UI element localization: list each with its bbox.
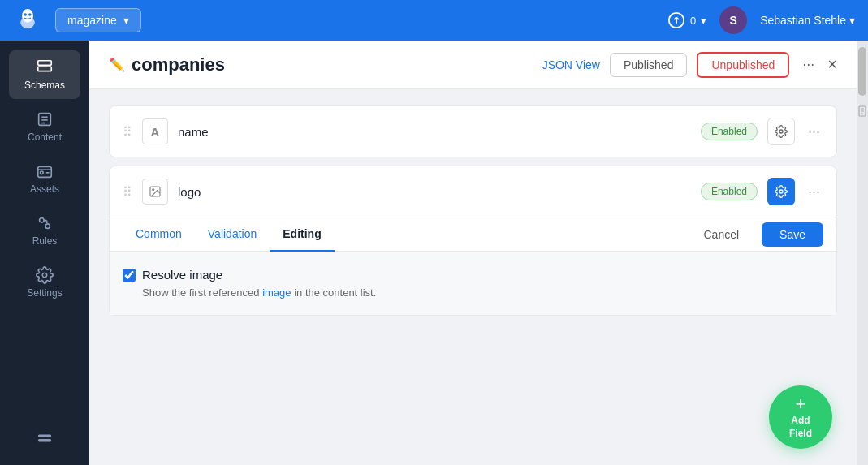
scrollbar-panel xyxy=(857,41,868,465)
editing-panel: Common Validation Editing Cancel Save Re… xyxy=(110,217,836,315)
app-selector[interactable]: magazine ▾ xyxy=(55,8,141,32)
add-field-line2: Field xyxy=(789,428,812,439)
topbar-right: 0 ▾ S Sebastian Stehle ▾ xyxy=(667,6,855,34)
field-row-logo: ⠿ logo Enabled xyxy=(110,166,836,217)
svg-point-18 xyxy=(779,130,783,133)
schema-header: ✏️ companies JSON View Published Unpubli… xyxy=(89,41,857,89)
avatar[interactable]: S xyxy=(719,6,747,34)
svg-point-12 xyxy=(41,171,44,174)
svg-rect-4 xyxy=(38,61,52,66)
schema-more-button[interactable]: ··· xyxy=(799,56,818,73)
scroll-thumb[interactable] xyxy=(858,47,866,96)
resolve-image-desc-link[interactable]: image xyxy=(262,286,291,299)
field-type-text-icon: A xyxy=(142,118,168,144)
svg-rect-5 xyxy=(38,67,52,71)
field-card-logo: ⠿ logo Enabled xyxy=(109,166,837,316)
upload-chevron-icon: ▾ xyxy=(701,15,706,27)
field-status-badge-name: Enabled xyxy=(701,123,758,140)
field-name-label: name xyxy=(178,125,691,139)
editing-tabs: Common Validation Editing Cancel Save xyxy=(110,217,836,252)
fields-container: ⠿ A name Enabled ··· xyxy=(89,89,857,465)
drag-handle-name[interactable]: ⠿ xyxy=(123,124,132,140)
sidebar-content-label: Content xyxy=(28,131,62,143)
drag-handle-logo[interactable]: ⠿ xyxy=(123,184,132,200)
field-settings-button-logo[interactable] xyxy=(767,178,795,205)
field-type-image-icon xyxy=(142,179,168,205)
add-field-button[interactable]: + Add Field xyxy=(769,385,832,449)
field-row-name: ⠿ A name Enabled ··· xyxy=(110,106,836,157)
sidebar-settings-label: Settings xyxy=(27,287,62,299)
rules-icon xyxy=(36,214,54,232)
user-chevron-icon: ▾ xyxy=(849,14,855,27)
app-logo xyxy=(13,6,42,35)
schema-header-actions: JSON View Published Unpublished ··· × xyxy=(542,52,837,78)
resolve-image-checkbox[interactable] xyxy=(123,269,136,282)
svg-point-14 xyxy=(45,224,50,229)
svg-point-20 xyxy=(153,189,154,191)
field-more-button-logo[interactable]: ··· xyxy=(805,183,823,200)
resolve-image-desc: Show the first referenced image in the c… xyxy=(123,286,823,299)
svg-point-1 xyxy=(24,13,27,16)
avatar-initial: S xyxy=(729,14,736,27)
tab-editing[interactable]: Editing xyxy=(270,217,334,252)
svg-point-21 xyxy=(779,190,783,193)
assets-icon xyxy=(36,162,54,180)
unpublished-button[interactable]: Unpublished xyxy=(697,52,789,78)
right-panel-icon xyxy=(857,105,868,117)
add-field-plus-icon: + xyxy=(796,395,806,413)
add-field-line1: Add xyxy=(791,415,810,426)
sidebar-item-more[interactable] xyxy=(9,421,80,455)
content-icon xyxy=(36,110,54,128)
field-settings-button-name[interactable] xyxy=(767,118,795,145)
schema-title-group: ✏️ companies xyxy=(109,54,225,75)
upload-status[interactable]: 0 ▾ xyxy=(667,11,706,29)
edit-pencil-icon: ✏️ xyxy=(109,57,125,72)
dropdown-chevron-icon: ▾ xyxy=(123,14,129,27)
resolve-image-desc-prefix: Show the first referenced xyxy=(142,286,262,299)
svg-point-15 xyxy=(42,273,47,278)
json-view-button[interactable]: JSON View xyxy=(542,58,600,71)
svg-rect-16 xyxy=(39,435,51,437)
schemas-icon xyxy=(36,58,54,76)
app-name: magazine xyxy=(67,14,117,27)
sidebar-item-rules[interactable]: Rules xyxy=(9,206,80,255)
field-more-button-name[interactable]: ··· xyxy=(805,123,823,140)
main-layout: Schemas Content Assets xyxy=(0,41,868,465)
sidebar: Schemas Content Assets xyxy=(0,41,89,465)
content-area: ✏️ companies JSON View Published Unpubli… xyxy=(89,41,857,465)
sidebar-item-content[interactable]: Content xyxy=(9,102,80,151)
editing-content: Resolve image Show the first referenced … xyxy=(110,252,836,315)
topbar: magazine ▾ 0 ▾ S Sebastian Stehle ▾ xyxy=(0,0,868,41)
field-logo-label: logo xyxy=(178,185,691,199)
field-status-badge-logo: Enabled xyxy=(701,183,758,200)
resolve-image-desc-suffix: in the content list. xyxy=(291,286,377,299)
user-menu[interactable]: Sebastian Stehle ▾ xyxy=(760,14,855,27)
sidebar-rules-label: Rules xyxy=(32,235,58,247)
note-icon xyxy=(858,105,866,117)
sidebar-item-settings[interactable]: Settings xyxy=(9,258,80,307)
image-icon xyxy=(149,185,162,198)
editing-actions: Cancel Save xyxy=(689,222,823,247)
gear-active-icon xyxy=(775,185,788,198)
close-button[interactable]: × xyxy=(827,55,837,74)
sidebar-item-schemas[interactable]: Schemas xyxy=(9,50,80,99)
tab-validation[interactable]: Validation xyxy=(195,217,270,252)
sidebar-assets-label: Assets xyxy=(30,183,59,195)
schema-title: companies xyxy=(132,54,225,75)
save-button[interactable]: Save xyxy=(762,222,823,247)
gear-icon xyxy=(775,125,788,138)
resolve-image-row: Resolve image xyxy=(123,268,823,282)
sidebar-item-assets[interactable]: Assets xyxy=(9,154,80,203)
cancel-button[interactable]: Cancel xyxy=(689,222,754,247)
published-button[interactable]: Published xyxy=(610,53,688,77)
resolve-image-label: Resolve image xyxy=(142,268,222,282)
svg-rect-17 xyxy=(39,440,51,441)
settings-icon xyxy=(36,266,54,284)
tab-common[interactable]: Common xyxy=(123,217,195,252)
more-icon xyxy=(36,429,54,447)
field-card-name: ⠿ A name Enabled ··· xyxy=(109,105,837,157)
upload-icon xyxy=(667,11,685,29)
upload-count: 0 xyxy=(690,15,696,27)
sidebar-schemas-label: Schemas xyxy=(24,80,65,91)
svg-point-2 xyxy=(28,13,32,16)
